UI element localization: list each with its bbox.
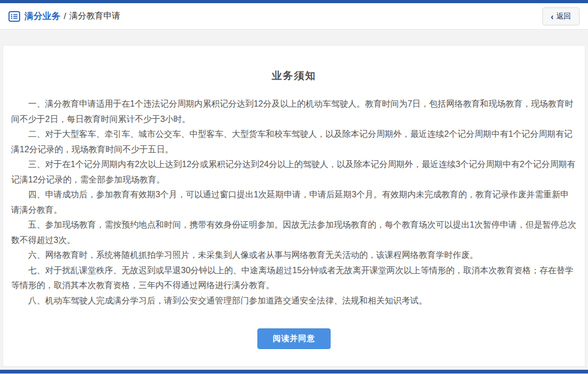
- notice-card: 业务须知 一、满分教育申请适用于在1个违法记分周期内累积记分达到12分及以上的机…: [3, 45, 585, 367]
- back-button-label: 返回: [556, 12, 571, 21]
- breadcrumb-separator: /: [64, 11, 66, 22]
- notice-title: 业务须知: [11, 69, 577, 83]
- breadcrumb-root-link[interactable]: 满分业务: [24, 10, 60, 22]
- agree-button[interactable]: 阅读并同意: [257, 328, 331, 349]
- breadcrumb-current: 满分教育申请: [70, 11, 120, 22]
- notice-paragraph-2: 二、对于大型客车、牵引车、城市公交车、中型客车、大型货车和校车驾驶人，以及除本记…: [11, 127, 577, 157]
- chevron-left-icon: ‹: [551, 12, 554, 21]
- notice-paragraph-3: 三、对于在1个记分周期内有2次以上达到12分或累积记分达到24分以上的驾驶人，以…: [11, 157, 577, 187]
- list-icon: [8, 11, 20, 22]
- back-button[interactable]: ‹ 返回: [542, 7, 580, 25]
- notice-paragraph-6: 六、网络教育时，系统将随机抓拍学习照片，未采集到人像或者从事与网络教育无关活动的…: [11, 248, 577, 263]
- notice-body: 一、满分教育申请适用于在1个违法记分周期内累积记分达到12分及以上的机动车驾驶人…: [11, 97, 577, 308]
- notice-paragraph-5: 五、参加现场教育，需按预约地点和时间，携带有效身份证明参加。因故无法参加现场教育…: [11, 218, 577, 248]
- notice-paragraph-4: 四、申请成功后，参加教育有效期3个月，可以通过窗口提出1次延期申请，申请后延期3…: [11, 187, 577, 218]
- header: 满分业务 / 满分教育申请 ‹ 返回: [0, 3, 588, 30]
- notice-paragraph-7: 七、对于扰乱课堂秩序、无故迟到或早退30分钟以上的、中途离场超过15分钟或者无故…: [11, 263, 577, 293]
- breadcrumb: 满分业务 / 满分教育申请: [8, 10, 120, 22]
- bottom-accent-bar: [0, 370, 588, 373]
- agree-button-row: 阅读并同意: [11, 328, 577, 349]
- notice-paragraph-8: 八、机动车驾驶人完成满分学习后，请到公安交通管理部门参加道路交通安全法律、法规和…: [11, 293, 577, 309]
- notice-paragraph-1: 一、满分教育申请适用于在1个违法记分周期内累积记分达到12分及以上的机动车驾驶人…: [11, 97, 577, 127]
